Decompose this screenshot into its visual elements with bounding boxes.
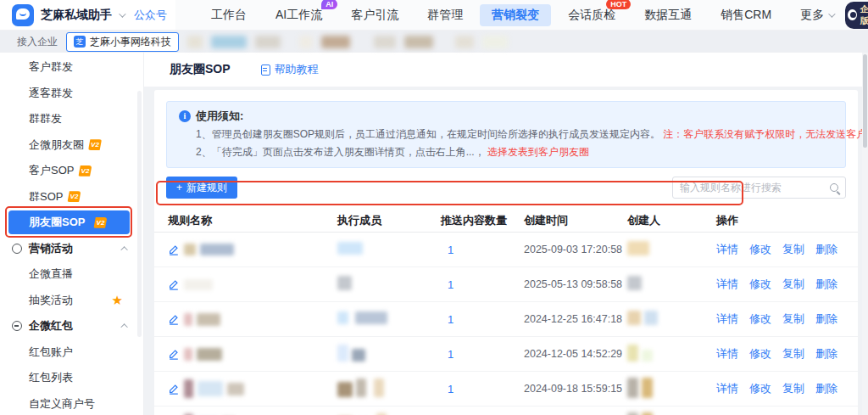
sidebar-item-one-by-one-send[interactable]: 逐客群发: [0, 81, 143, 107]
push-count-link[interactable]: 1: [441, 383, 524, 395]
delete-link[interactable]: 删除: [815, 346, 837, 362]
brand-area[interactable]: 芝麻私域助手 公众号: [0, 0, 175, 30]
company-tab-redacted[interactable]: [255, 36, 281, 48]
company-tab-redacted[interactable]: [211, 36, 247, 48]
sidebar-item-customer-mass-send[interactable]: 客户群发: [0, 54, 143, 81]
nav-item-data-interop[interactable]: 数据互通: [632, 4, 704, 26]
company-tab-redacted[interactable]: [299, 36, 313, 48]
chevron-up-icon: [120, 323, 127, 330]
redacted-avatar: [337, 345, 348, 362]
chevron-up-icon: [120, 246, 127, 253]
col-header-push-count: 推送内容数量: [441, 213, 524, 228]
detail-link[interactable]: 详情: [716, 346, 738, 362]
nav-item-workbench[interactable]: 工作台: [199, 4, 259, 26]
sidebar-scrollbar[interactable]: [137, 91, 142, 337]
sidebar-section-marketing-activities[interactable]: 营销活动: [0, 236, 143, 262]
delete-link[interactable]: 删除: [815, 277, 837, 292]
help-tutorial-link[interactable]: 帮助教程: [261, 62, 319, 77]
nav-item-marketing-fission[interactable]: 营销裂变: [480, 4, 551, 26]
sidebar-item-wecom-moments[interactable]: 企微朋友圈V2: [0, 132, 143, 159]
row-actions: 详情 修改 复制 删除: [716, 381, 858, 396]
modify-link[interactable]: 修改: [749, 311, 771, 327]
detail-link[interactable]: 详情: [716, 381, 738, 396]
active-company-chip[interactable]: 芝 芝麻小事网络科技: [66, 32, 179, 52]
scrollbar-thumb[interactable]: [863, 54, 867, 148]
plan-icon: [848, 9, 857, 20]
rule-search-box[interactable]: [672, 177, 846, 199]
sidebar-section-wecom-red-packet[interactable]: 企微红包: [0, 313, 143, 339]
new-rule-button[interactable]: + 新建规则: [166, 177, 237, 199]
edit-icon[interactable]: [168, 383, 180, 395]
notice-line-1-warning: 注：客户联系没有赋予权限时，无法发送客户朋友圈，: [663, 128, 868, 140]
copy-link[interactable]: 复制: [782, 277, 804, 292]
edit-icon[interactable]: [168, 313, 180, 325]
nav-item-more[interactable]: 更多: [788, 4, 845, 26]
edit-icon[interactable]: [168, 244, 180, 255]
redacted-avatar: [642, 412, 653, 415]
modify-link[interactable]: 修改: [749, 346, 771, 362]
col-header-created-at: 创建时间: [524, 213, 627, 228]
table-header-row: 规则名称 执行成员 推送内容数量 创建时间 创建人 操作: [154, 209, 858, 233]
modify-link[interactable]: 修改: [749, 242, 771, 257]
sidebar-item-red-packet-account[interactable]: 红包账户: [0, 339, 143, 366]
exec-members-cell: [337, 242, 441, 257]
nav-item-sales-crm[interactable]: 销售CRM: [709, 4, 783, 26]
redacted-avatar: [642, 350, 653, 362]
sidebar-item-custom-merchant-id[interactable]: 自定义商户号: [0, 391, 143, 415]
redacted-avatar: [337, 276, 352, 290]
detail-link[interactable]: 详情: [716, 242, 738, 257]
company-tab-redacted[interactable]: [374, 36, 396, 48]
push-count-link[interactable]: 1: [441, 348, 524, 361]
chevron-down-icon[interactable]: [119, 10, 125, 17]
table-row: 1 2025-05-13 09:58:58 详情 修改 复制 删除: [154, 267, 858, 302]
nav-item-ai-workflow[interactable]: AI工作流AI: [264, 4, 334, 26]
nav-item-group-management[interactable]: 群管理: [415, 4, 475, 26]
exec-members-cell: [337, 379, 441, 400]
modify-link[interactable]: 修改: [749, 277, 771, 292]
top-navigation-bar: 芝麻私域助手 公众号 工作台 AI工作流AI 客户引流 群管理 营销裂变 会话质…: [0, 0, 868, 31]
chevron-down-icon: [828, 10, 835, 17]
company-tab-redacted[interactable]: [404, 36, 433, 48]
delete-link[interactable]: 删除: [815, 242, 837, 257]
push-count-link[interactable]: 1: [441, 278, 524, 291]
company-tab-redacted[interactable]: [482, 36, 508, 48]
copy-link[interactable]: 复制: [782, 346, 804, 362]
redacted-avatar: [642, 378, 653, 398]
delete-link[interactable]: 删除: [815, 381, 837, 396]
nav-item-chat-inspection[interactable]: 会话质检HOT: [556, 4, 627, 26]
exec-members-cell: [337, 276, 441, 293]
search-input[interactable]: [680, 182, 830, 193]
search-icon[interactable]: [830, 183, 838, 192]
company-tab-redacted[interactable]: [455, 36, 474, 48]
notice-title-row: i 使用须知:: [179, 109, 833, 124]
company-tab-redacted[interactable]: [187, 36, 203, 48]
modify-link[interactable]: 修改: [749, 381, 771, 396]
sidebar-item-moments-sop[interactable]: 朋友圈SOPV2: [0, 210, 143, 236]
push-count-link[interactable]: 1: [441, 313, 524, 326]
copy-link[interactable]: 复制: [782, 311, 804, 327]
page-scrollbar[interactable]: [862, 53, 868, 415]
sidebar-item-group-sop[interactable]: 群SOPV2: [0, 184, 143, 210]
sidebar-item-red-packet-list[interactable]: 红包列表: [0, 365, 143, 391]
delete-link[interactable]: 删除: [815, 311, 837, 327]
detail-link[interactable]: 详情: [716, 277, 738, 292]
brand-subtitle-link[interactable]: 公众号: [134, 8, 167, 23]
sidebar-item-customer-sop[interactable]: 客户SOPV2: [0, 158, 143, 184]
push-count-link[interactable]: 1: [441, 244, 524, 256]
nav-item-customer-acquisition[interactable]: 客户引流: [339, 4, 410, 26]
ai-badge: AI: [321, 0, 337, 9]
usage-notice-box: i 使用须知: 1、管理员创建朋友圈SOP规则后，员工通过消息通知，在规定时间给…: [166, 101, 846, 168]
redacted-text: [184, 379, 193, 398]
edit-icon[interactable]: [168, 278, 180, 290]
sidebar-item-group-mass-send[interactable]: 群群发: [0, 106, 143, 132]
copy-link[interactable]: 复制: [782, 242, 804, 257]
rule-name-cell: [168, 379, 337, 398]
sidebar-item-wecom-live[interactable]: 企微直播: [0, 261, 143, 288]
detail-link[interactable]: 详情: [716, 311, 738, 327]
copy-link[interactable]: 复制: [782, 381, 804, 396]
plan-badge: 企业版: [845, 2, 868, 29]
sidebar-item-lottery-activity[interactable]: 抽奖活动★: [0, 288, 143, 314]
edit-icon[interactable]: [168, 348, 180, 360]
creator-cell: [627, 276, 716, 293]
company-tab-redacted[interactable]: [321, 36, 350, 48]
